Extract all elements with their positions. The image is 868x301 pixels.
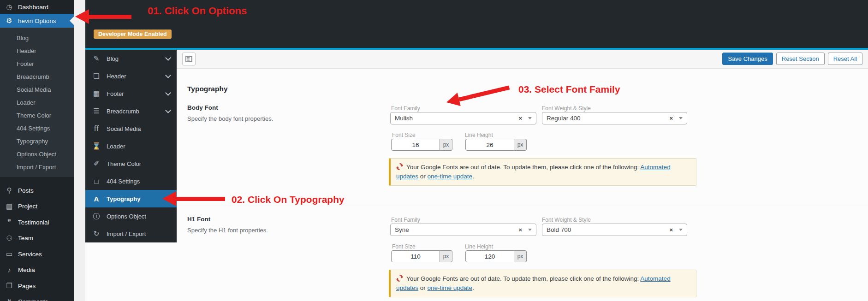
sidebar-item-label: Posts: [18, 187, 34, 194]
reset-section-button[interactable]: Reset Section: [776, 53, 825, 65]
line-height-label: Line Height: [465, 243, 493, 250]
options-menu-item-404-settings[interactable]: □404 Settings: [85, 172, 177, 190]
submenu-item-import-export[interactable]: Import / Export: [0, 160, 74, 173]
options-menu-item-loader[interactable]: ⌛Loader: [85, 137, 177, 155]
header-layout-icon: ❏: [92, 72, 101, 80]
warning-text: .: [472, 284, 474, 291]
options-menu-item-blog[interactable]: ✎Blog: [85, 50, 177, 67]
line-height-input[interactable]: [465, 250, 514, 262]
clear-icon[interactable]: ×: [517, 226, 523, 233]
sidebar-item-services[interactable]: ▭Services: [0, 246, 74, 262]
submenu-item-options-object[interactable]: Options Object: [0, 148, 74, 160]
font-size-input[interactable]: [391, 139, 440, 151]
admin-sidebar-bottom: ⚲Posts▤Project❞Testimonial⚇Team▭Services…: [0, 177, 74, 301]
content-background: [85, 242, 177, 301]
font-section-description: Specify the H1 font properties.: [187, 227, 268, 234]
sidebar-item-pages[interactable]: ❐Pages: [0, 278, 74, 294]
clear-icon[interactable]: ×: [668, 226, 674, 233]
google-fonts-warning: Your Google Fonts are out of date. To up…: [389, 158, 696, 186]
layout-toggle-button[interactable]: [182, 53, 196, 65]
one-time-update-link[interactable]: one-time update: [428, 173, 473, 180]
submenu-item-typography[interactable]: Typography: [0, 135, 74, 148]
submenu-item-theme-color[interactable]: Theme Color: [0, 109, 74, 122]
sidebar-item-comments[interactable]: ❝Comments: [0, 294, 74, 301]
theme-options-menu: ✎Blog❏Header▦Footer☰BreadcrumbﬀSocial Me…: [85, 50, 177, 242]
services-icon: ▭: [5, 250, 14, 258]
sidebar-item-label: hevin Options: [18, 18, 56, 24]
submenu-item-loader[interactable]: Loader: [0, 96, 74, 109]
wp-admin-sidebar: ◷Dashboard⚙hevin Options BlogHeaderFoote…: [0, 0, 74, 301]
chevron-down-icon: [528, 229, 532, 231]
developer-mode-badge: Developer Mode Enabled: [94, 30, 172, 39]
submenu-item-404-settings[interactable]: 404 Settings: [0, 122, 74, 135]
annotation-step-3: 03. Select Font Family: [518, 84, 620, 95]
save-changes-button[interactable]: Save Changes: [722, 53, 773, 65]
update-fonts-icon: [396, 163, 403, 170]
reset-all-button[interactable]: Reset All: [828, 53, 862, 65]
font-weight-label: Font Weight & Style: [542, 217, 591, 223]
submenu-item-breadcrumb[interactable]: Breadcrumb: [0, 70, 74, 83]
sidebar-item-posts[interactable]: ⚲Posts: [0, 183, 74, 199]
warning-text: or: [418, 284, 428, 291]
sidebar-item-testimonial[interactable]: ❞Testimonial: [0, 214, 74, 230]
one-time-update-link[interactable]: one-time update: [428, 284, 473, 291]
font-family-label: Font Family: [391, 217, 420, 223]
sidebar-item-label: Media: [18, 266, 35, 273]
options-menu-item-label: Options Object: [107, 213, 146, 220]
options-menu-item-label: Theme Color: [107, 160, 141, 167]
font-size-group: px: [391, 139, 452, 151]
line-height-group: px: [465, 250, 527, 262]
submenu-item-footer[interactable]: Footer: [0, 57, 74, 70]
options-menu-item-footer[interactable]: ▦Footer: [85, 85, 177, 102]
sidebar-item-label: Dashboard: [18, 4, 48, 11]
footer-layout-icon: ▦: [92, 89, 101, 98]
page-title: Typography: [187, 85, 228, 93]
font-weight-select[interactable]: Regular 400 ×: [542, 112, 687, 124]
font-weight-select[interactable]: Bold 700 ×: [542, 224, 687, 236]
pushpin-icon: ⚲: [5, 186, 14, 195]
sidebar-item-hevin-options[interactable]: ⚙hevin Options: [0, 14, 74, 28]
options-menu-item-import-export[interactable]: ↻Import / Export: [85, 225, 177, 242]
hourglass-icon: ⌛: [92, 142, 101, 150]
warning-text: .: [472, 173, 474, 180]
typography-icon: A: [92, 195, 101, 203]
comments-icon: ❝: [5, 298, 14, 301]
font-size-label: Font Size: [392, 243, 416, 250]
options-menu-item-label: Breadcrumb: [107, 108, 139, 115]
submenu-item-social-media[interactable]: Social Media: [0, 83, 74, 96]
sidebar-item-project[interactable]: ▤Project: [0, 199, 74, 215]
options-menu-item-label: Import / Export: [107, 230, 146, 237]
font-family-select[interactable]: Mulish ×: [390, 112, 536, 124]
content-toolbar: Save Changes Reset Section Reset All: [177, 50, 868, 69]
sidebar-item-dashboard[interactable]: ◷Dashboard: [0, 0, 74, 14]
options-menu-item-options-object[interactable]: ⓘOptions Object: [85, 207, 177, 225]
layout-icon: [185, 56, 192, 62]
font-size-label: Font Size: [392, 132, 416, 138]
update-fonts-icon: [396, 275, 403, 282]
font-family-value: Mulish: [395, 115, 413, 122]
font-family-select[interactable]: Syne ×: [390, 224, 536, 236]
font-size-input[interactable]: [391, 250, 440, 262]
options-menu-item-social-media[interactable]: ﬀSocial Media: [85, 120, 177, 137]
clear-icon[interactable]: ×: [517, 115, 523, 122]
submenu-item-header[interactable]: Header: [0, 44, 74, 57]
font-size-group: px: [391, 250, 452, 262]
options-menu-item-breadcrumb[interactable]: ☰Breadcrumb: [85, 102, 177, 120]
chevron-down-icon: [165, 90, 171, 96]
current-menu-arrow: [70, 17, 74, 25]
sidebar-item-media[interactable]: ♪Media: [0, 262, 74, 278]
options-menu-item-label: Loader: [107, 143, 125, 150]
warning-text: Your Google Fonts are out of date. To up…: [406, 275, 640, 282]
submenu-item-blog[interactable]: Blog: [0, 31, 74, 44]
chevron-down-icon: [165, 72, 171, 78]
line-height-input[interactable]: [465, 139, 514, 151]
sidebar-item-team[interactable]: ⚇Team: [0, 230, 74, 247]
testimonial-icon: ❞: [5, 218, 14, 226]
options-menu-item-label: 404 Settings: [107, 178, 140, 185]
options-menu-item-header[interactable]: ❏Header: [85, 67, 177, 85]
options-menu-item-theme-color[interactable]: ✐Theme Color: [85, 155, 177, 172]
clear-icon[interactable]: ×: [668, 115, 674, 122]
team-icon: ⚇: [5, 234, 14, 242]
admin-sidebar-top: ◷Dashboard⚙hevin Options: [0, 0, 74, 28]
font-section-name: Body Font: [187, 104, 218, 111]
